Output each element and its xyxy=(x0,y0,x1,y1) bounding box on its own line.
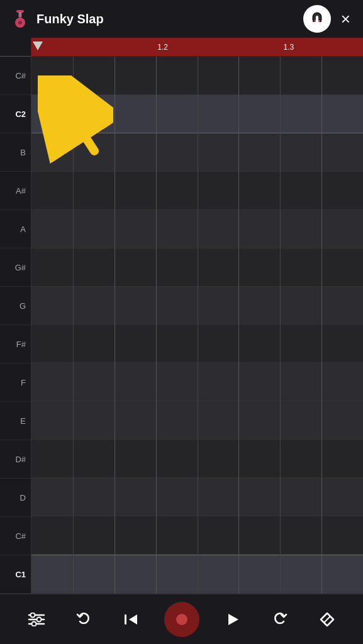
piano-roll: C# C2 B A# A G# G F# F E D# D C# C1 1.2 … xyxy=(0,38,363,594)
header-right: × xyxy=(303,5,353,33)
svg-line-24 xyxy=(324,616,330,623)
note-label-g: G xyxy=(0,287,31,325)
svg-marker-21 xyxy=(129,614,137,625)
mixer-button[interactable] xyxy=(23,606,50,633)
page-title: Funky Slap xyxy=(36,12,104,26)
note-label-fsharp: F# xyxy=(0,325,31,364)
svg-marker-22 xyxy=(228,614,238,625)
note-label-gsharp: G# xyxy=(0,248,31,287)
header-left: Funky Slap xyxy=(10,9,104,29)
note-label-b: B xyxy=(0,133,31,172)
note-label-csharp-top: C# xyxy=(0,57,31,95)
eraser-button[interactable] xyxy=(313,606,341,633)
note-label-d: D xyxy=(0,479,31,517)
magnet-button[interactable] xyxy=(303,5,331,33)
timeline[interactable]: 1.2 1.3 xyxy=(31,38,363,57)
play-button[interactable] xyxy=(219,606,247,633)
record-button[interactable] xyxy=(164,602,199,637)
note-label-c2: C2 xyxy=(0,95,31,133)
svg-point-18 xyxy=(36,617,41,621)
svg-point-17 xyxy=(30,613,35,617)
svg-rect-10 xyxy=(314,20,316,22)
note-labels: C# C2 B A# A G# G F# F E D# D C# C1 xyxy=(0,38,31,594)
playhead-marker xyxy=(33,42,43,50)
note-label-e: E xyxy=(0,402,31,440)
timeline-marker-1-3: 1.3 xyxy=(284,43,294,52)
redo-button[interactable] xyxy=(266,606,294,633)
close-button[interactable]: × xyxy=(338,8,353,30)
note-label-c1: C1 xyxy=(0,555,31,594)
note-label-csharp-bottom: C# xyxy=(0,517,31,555)
svg-rect-11 xyxy=(318,20,320,22)
guitar-icon xyxy=(10,9,30,29)
svg-rect-2 xyxy=(16,10,24,13)
note-label-asharp: A# xyxy=(0,172,31,210)
note-label-f: F xyxy=(0,364,31,402)
grid-area[interactable]: 1.2 1.3 xyxy=(31,38,363,594)
note-label-dsharp: D# xyxy=(0,440,31,479)
grid-rows[interactable] xyxy=(31,57,363,594)
bottom-toolbar xyxy=(0,594,363,644)
svg-point-3 xyxy=(18,21,22,25)
app-header: Funky Slap × xyxy=(0,0,363,38)
timeline-marker-1-2: 1.2 xyxy=(157,43,168,52)
svg-point-19 xyxy=(31,621,36,626)
note-label-a: A xyxy=(0,210,31,248)
undo-button[interactable] xyxy=(70,606,98,633)
svg-rect-20 xyxy=(125,614,126,625)
rewind-button[interactable] xyxy=(117,606,145,633)
